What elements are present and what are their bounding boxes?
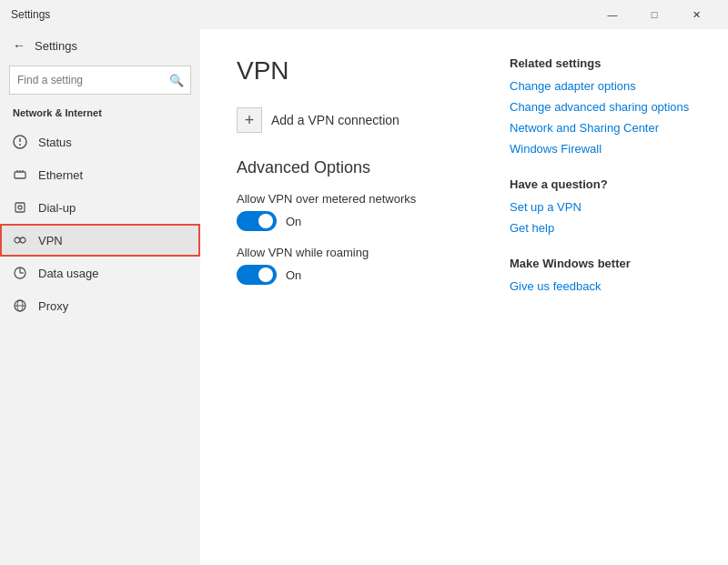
toggle-metered-state: On — [286, 215, 301, 228]
advanced-options-heading: Advanced Options — [237, 158, 455, 177]
titlebar: Settings — □ ✕ — [0, 0, 728, 29]
vpn-icon — [13, 233, 27, 247]
toggle-roaming-switch[interactable] — [237, 265, 277, 285]
make-windows-better-title: Make Windows better — [510, 257, 692, 270]
sidebar-back-button[interactable]: ← Settings — [0, 29, 200, 62]
set-up-vpn-link[interactable]: Set up a VPN — [510, 200, 692, 214]
sidebar-item-ethernet[interactable]: Ethernet — [0, 158, 200, 191]
network-sharing-center-link[interactable]: Network and Sharing Center — [510, 121, 692, 135]
get-help-link[interactable]: Get help — [510, 221, 692, 235]
have-a-question-section: Have a question? Set up a VPN Get help — [510, 177, 692, 235]
svg-point-9 — [15, 237, 20, 243]
make-windows-better-section: Make Windows better Give us feedback — [510, 257, 692, 293]
right-panel: Related settings Change adapter options … — [510, 56, 692, 538]
content-main: VPN + Add a VPN connection Advanced Opti… — [237, 56, 455, 538]
related-settings-section: Related settings Change adapter options … — [510, 56, 692, 156]
sidebar-item-dialup[interactable]: Dial-up — [0, 191, 200, 224]
toggle-metered-label: Allow VPN over metered networks — [237, 192, 455, 206]
maximize-button[interactable]: □ — [633, 0, 675, 29]
change-advanced-sharing-link[interactable]: Change advanced sharing options — [510, 100, 692, 114]
content-area: VPN + Add a VPN connection Advanced Opti… — [200, 29, 728, 565]
close-button[interactable]: ✕ — [675, 0, 717, 29]
give-feedback-link[interactable]: Give us feedback — [510, 279, 692, 293]
sidebar-section-label: Network & Internet — [0, 104, 200, 126]
toggle-metered-wrap: On — [237, 211, 455, 231]
ethernet-icon — [13, 167, 27, 182]
sidebar-item-label: Ethernet — [38, 168, 83, 182]
dialup-icon — [13, 200, 27, 215]
titlebar-controls: — □ ✕ — [592, 0, 717, 29]
change-adapter-options-link[interactable]: Change adapter options — [510, 79, 692, 93]
svg-point-8 — [18, 206, 22, 209]
svg-point-2 — [19, 144, 21, 146]
sidebar-item-label: Data usage — [38, 267, 99, 280]
page-title: VPN — [237, 56, 455, 86]
toggle-row-metered: Allow VPN over metered networks On — [237, 192, 455, 231]
svg-rect-7 — [15, 203, 25, 212]
sidebar-item-datausage[interactable]: Data usage — [0, 257, 200, 289]
svg-rect-3 — [15, 172, 25, 178]
sidebar-item-label: Status — [38, 136, 72, 149]
minimize-button[interactable]: — — [592, 0, 633, 29]
titlebar-title: Settings — [11, 8, 592, 21]
status-icon — [13, 135, 27, 149]
sidebar-item-label: VPN — [38, 234, 63, 247]
proxy-icon — [13, 298, 27, 313]
add-vpn-plus-icon: + — [237, 107, 262, 133]
svg-point-10 — [20, 237, 25, 243]
sidebar-item-label: Proxy — [38, 299, 68, 313]
windows-firewall-link[interactable]: Windows Firewall — [510, 142, 692, 156]
toggle-metered-switch[interactable] — [237, 211, 277, 231]
have-a-question-title: Have a question? — [510, 177, 692, 191]
sidebar-item-status[interactable]: Status — [0, 126, 200, 158]
search-input[interactable] — [9, 66, 191, 95]
add-vpn-label: Add a VPN connection — [271, 113, 399, 127]
toggle-roaming-wrap: On — [237, 265, 455, 285]
sidebar: ← Settings 🔍 Network & Internet Status — [0, 29, 200, 565]
datausage-icon — [13, 266, 27, 280]
app-body: ← Settings 🔍 Network & Internet Status — [0, 29, 728, 565]
sidebar-back-label: Settings — [35, 39, 77, 53]
related-settings-title: Related settings — [510, 56, 692, 70]
toggle-row-roaming: Allow VPN while roaming On — [237, 246, 455, 285]
sidebar-search-container: 🔍 — [9, 66, 191, 95]
sidebar-item-vpn[interactable]: VPN — [0, 224, 200, 257]
sidebar-item-proxy[interactable]: Proxy — [0, 289, 200, 322]
toggle-roaming-state: On — [286, 268, 301, 282]
search-icon: 🔍 — [169, 74, 184, 87]
sidebar-item-label: Dial-up — [38, 201, 76, 215]
toggle-roaming-label: Allow VPN while roaming — [237, 246, 455, 259]
back-arrow-icon: ← — [13, 38, 25, 53]
add-vpn-button[interactable]: + Add a VPN connection — [237, 107, 455, 133]
